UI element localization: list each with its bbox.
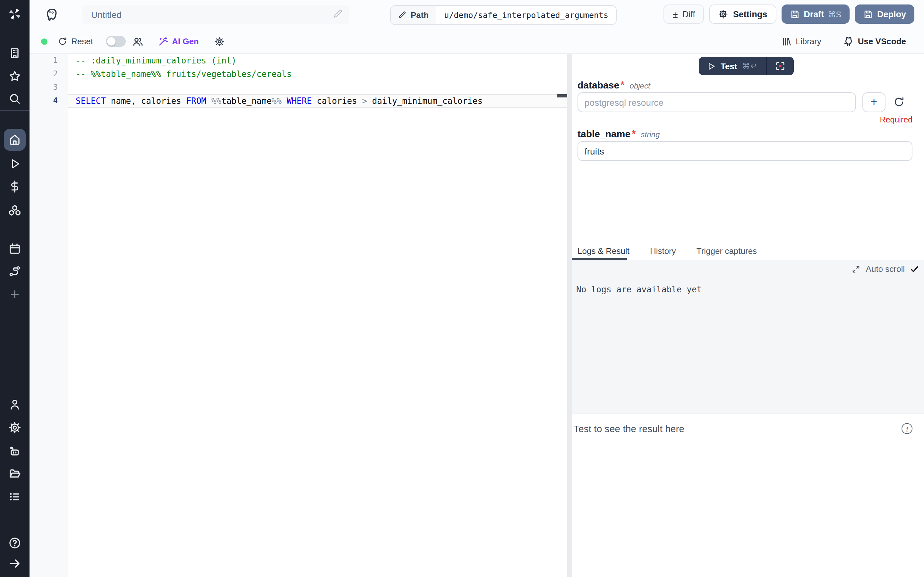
tab-history[interactable]: History [650,246,676,256]
code-line-1[interactable]: 1-- :daily_minimum_calories (int) [29,54,567,67]
status-dot [41,38,47,45]
dollar-icon [8,180,21,193]
library-icon [782,36,792,47]
code-line-content[interactable] [68,81,567,94]
settings-button[interactable]: Settings [709,5,776,24]
path-label-segment[interactable]: Path [391,6,436,24]
sidebar-item-add[interactable] [0,287,29,302]
building-icon [8,47,21,60]
sidebar-item-help[interactable] [0,535,29,551]
toggle-knob [107,37,115,45]
test-shortcut: ⌘↵ [742,61,758,71]
code-line-3[interactable]: 3 [29,81,567,94]
script-title: Untitled [91,10,333,20]
auto-scroll-toggle[interactable]: Auto scroll [852,264,919,274]
result-tabs: Logs & Result History Trigger captures [572,242,924,259]
reset-button[interactable]: Reset [58,37,93,46]
code-editor[interactable]: 1-- :daily_minimum_calories (int)2-- %%t… [29,54,567,577]
home-icon [8,133,21,146]
editor-toolbar: Reset AI Gen [29,29,924,54]
field-type: string [641,130,660,139]
cubes-icon [8,204,21,217]
deploy-button-label: Deploy [877,9,906,19]
sidebar-item-favorites[interactable] [0,69,29,84]
gear-icon [8,421,21,434]
script-path-control[interactable]: Path u/demo/safe_interpolated_arguments [390,5,617,25]
code-line-4[interactable]: 4SELECT name, calories FROM %%table_name… [29,94,567,108]
field-type: object [630,81,650,90]
sidebar-item-resources[interactable] [0,203,29,218]
sidebar-item-settings[interactable] [0,420,29,435]
edit-title-pencil-icon[interactable] [333,9,342,21]
collaborators-button[interactable] [132,35,144,47]
sidebar-item-routes[interactable] [0,263,29,279]
arrow-right-icon [8,557,21,570]
windmill-script-editor: Untitled Path u/demo/safe_interpolated_a… [0,0,924,577]
save-icon [790,9,799,19]
code-line-content[interactable]: SELECT name, calories FROM %%table_name%… [68,94,567,108]
capture-test-button[interactable] [767,57,794,75]
ai-gen-label: AI Gen [172,37,199,46]
library-button[interactable]: Library [782,36,821,47]
sidebar-item-workers[interactable] [0,444,29,459]
sidebar-item-search[interactable] [0,91,29,106]
add-resource-button[interactable]: + [863,92,885,112]
sidebar [0,0,29,577]
deploy-button[interactable]: Deploy [855,5,914,24]
test-button[interactable]: Test ⌘↵ [699,57,766,75]
refresh-icon [893,96,905,108]
top-header: Untitled Path u/demo/safe_interpolated_a… [29,0,924,29]
code-lines: 1-- :daily_minimum_calories (int)2-- %%t… [29,54,567,108]
header-buttons: ± Diff Settings Draft ⌘S [664,5,914,24]
expand-icon[interactable] [852,264,861,274]
sidebar-item-folders[interactable] [0,466,29,482]
table-name-input[interactable] [577,141,913,161]
tab-logs-result[interactable]: Logs & Result [577,246,630,256]
code-line-content[interactable]: -- :daily_minimum_calories (int) [68,54,567,67]
windmill-logo[interactable] [0,6,29,22]
search-icon [8,92,21,105]
info-icon[interactable]: i [901,423,913,434]
collab-toggle[interactable] [106,36,126,47]
sidebar-item-user[interactable] [0,397,29,412]
github-icon [843,36,854,47]
diff-button-label: Diff [682,9,695,19]
postgresql-elephant-icon [44,8,58,22]
editor-gutter [29,54,68,577]
refresh-resources-button[interactable] [893,96,905,110]
sidebar-item-home[interactable] [4,129,26,151]
users-icon [132,35,144,47]
script-title-field[interactable]: Untitled [82,5,349,24]
tab-trigger-captures[interactable]: Trigger captures [696,246,757,256]
draft-button-label: Draft [804,9,824,19]
sidebar-item-runs[interactable] [0,156,29,171]
result-hint: Test to see the result here [573,423,684,434]
line-number: 4 [29,94,68,108]
pencil-icon [398,11,406,19]
settings-button-label: Settings [733,9,767,19]
use-vscode-button[interactable]: Use VScode [843,36,906,47]
field-name: database [577,79,619,90]
gear-icon [718,9,729,19]
test-button-group: Test ⌘↵ [699,57,794,75]
plus-icon: + [871,95,877,109]
play-icon [9,157,21,169]
postgresql-icon [44,8,58,24]
sidebar-item-logs[interactable] [0,489,29,504]
star-icon [8,70,21,83]
plus-icon [9,288,21,300]
draft-button[interactable]: Draft ⌘S [781,5,850,24]
person-icon [8,398,21,411]
code-line-2[interactable]: 2-- %%table_name%% fruits/vegetables/cer… [29,67,567,81]
panel-resize-handle[interactable] [567,54,572,577]
gear-icon [214,36,225,47]
sidebar-item-schedules[interactable] [0,241,29,256]
sidebar-item-variables[interactable] [0,179,29,194]
diff-button[interactable]: ± Diff [664,5,704,24]
database-resource-input[interactable] [577,92,856,112]
sidebar-item-workspace[interactable] [0,45,29,61]
sidebar-expand-button[interactable] [0,556,29,571]
code-line-content[interactable]: -- %%table_name%% fruits/vegetables/cere… [68,67,567,81]
ai-gen-button[interactable]: AI Gen [158,36,199,47]
editor-settings-button[interactable] [214,36,225,47]
